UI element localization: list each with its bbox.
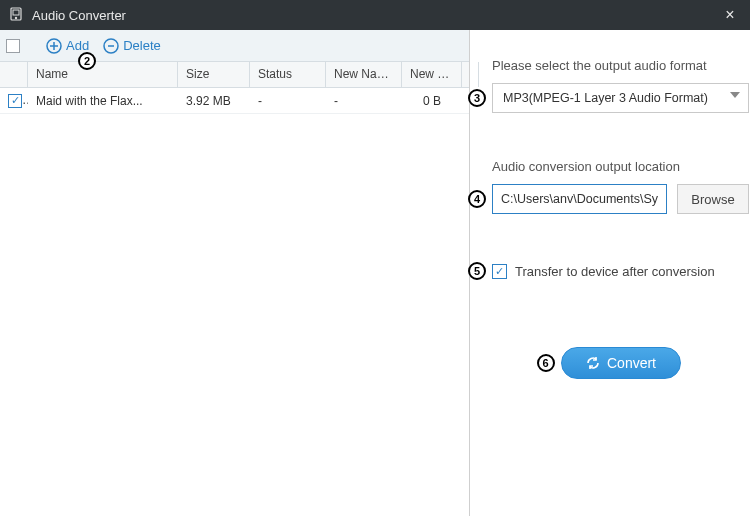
right-pane: Please select the output audio format 3 … (470, 30, 750, 516)
add-button[interactable]: Add (46, 38, 89, 54)
app-icon (8, 7, 24, 23)
row-checkbox-cell: ✓ (0, 88, 28, 113)
format-label: Please select the output audio format (492, 58, 749, 73)
delete-button[interactable]: Delete (103, 38, 161, 54)
browse-button[interactable]: Browse (677, 184, 749, 214)
col-new-size[interactable]: New Size (402, 62, 462, 87)
column-headers: Name Size Status New Name New Size (0, 62, 469, 88)
table-row[interactable]: ✓ Maid with the Flax... 3.92 MB - - 0 B (0, 88, 469, 114)
col-status[interactable]: Status (250, 62, 326, 87)
row-checkbox[interactable]: ✓ (8, 94, 22, 108)
output-label: Audio conversion output location (492, 159, 749, 174)
chevron-down-icon (730, 92, 740, 98)
body: Add Delete 2 Name Size Status New Name N… (0, 30, 750, 516)
add-label: Add (66, 38, 89, 53)
col-size[interactable]: Size (178, 62, 250, 87)
left-pane: Add Delete 2 Name Size Status New Name N… (0, 30, 470, 516)
convert-label: Convert (607, 355, 656, 371)
toolbar: Add Delete 2 (0, 30, 469, 62)
cell-size: 3.92 MB (178, 89, 250, 113)
convert-button[interactable]: Convert (561, 347, 681, 379)
callout-4: 4 (468, 190, 486, 208)
convert-icon (585, 355, 601, 371)
svg-point-2 (15, 17, 17, 19)
window-title: Audio Converter (32, 8, 718, 23)
col-new-name[interactable]: New Name (326, 62, 402, 87)
cell-new-name: - (326, 89, 402, 113)
callout-2: 2 (78, 52, 96, 70)
rows-container: ✓ Maid with the Flax... 3.92 MB - - 0 B (0, 88, 469, 516)
add-icon (46, 38, 62, 54)
close-icon[interactable]: × (718, 6, 742, 24)
transfer-label: Transfer to device after conversion (515, 264, 715, 279)
callout-3: 3 (468, 89, 486, 107)
delete-label: Delete (123, 38, 161, 53)
delete-icon (103, 38, 119, 54)
select-all-checkbox[interactable] (6, 39, 20, 53)
callout-6: 6 (537, 354, 555, 372)
format-select[interactable]: MP3(MPEG-1 Layer 3 Audio Format) (492, 83, 749, 113)
output-path-input[interactable] (492, 184, 667, 214)
svg-rect-1 (13, 10, 19, 15)
cell-status: - (250, 89, 326, 113)
col-check (0, 62, 28, 87)
format-value: MP3(MPEG-1 Layer 3 Audio Format) (503, 91, 708, 105)
titlebar: Audio Converter × (0, 0, 750, 30)
cell-new-size: 0 B (402, 89, 462, 113)
col-name[interactable]: Name (28, 62, 178, 87)
cell-name: Maid with the Flax... (28, 89, 178, 113)
callout-5: 5 (468, 262, 486, 280)
transfer-checkbox[interactable]: ✓ (492, 264, 507, 279)
